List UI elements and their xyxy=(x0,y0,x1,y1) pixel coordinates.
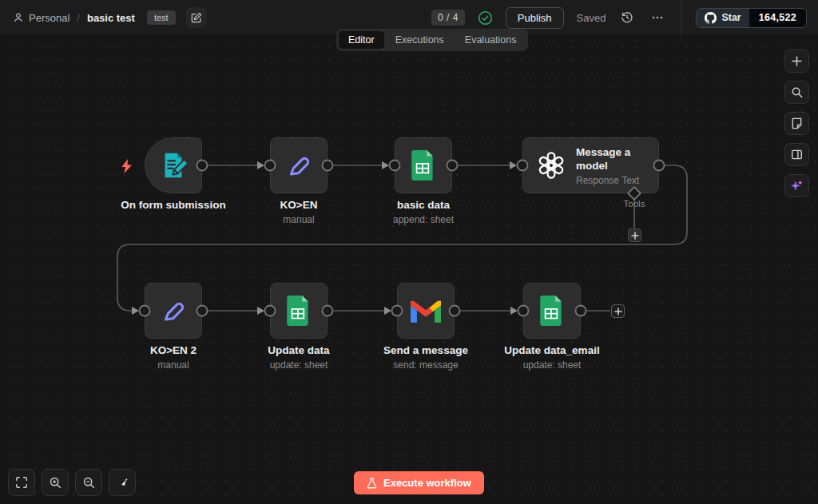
workflow-valid-check-icon xyxy=(478,10,493,26)
split-panel-icon xyxy=(791,149,803,161)
node-ko-en[interactable] xyxy=(270,137,328,193)
edit-fields-icon xyxy=(157,294,190,327)
node-ko-en-2[interactable] xyxy=(145,283,202,339)
zoom-in-icon xyxy=(49,476,62,489)
workspace-crumb[interactable]: Personal xyxy=(13,12,69,24)
issues-count-badge[interactable]: 0 / 4 xyxy=(431,10,465,26)
plus-icon xyxy=(791,55,803,67)
save-status: Saved xyxy=(577,12,606,24)
breadcrumb-separator: / xyxy=(77,12,80,24)
user-icon xyxy=(13,12,24,23)
node-update-data[interactable] xyxy=(270,283,328,339)
github-star-widget[interactable]: Star 164,522 xyxy=(696,8,807,28)
sticky-note-icon xyxy=(791,117,803,129)
flask-icon xyxy=(367,478,377,489)
add-next-node-button[interactable] xyxy=(611,304,625,318)
tools-connector-label: Tools xyxy=(610,199,658,208)
canvas-side-toolbar xyxy=(784,50,809,197)
fit-view-button[interactable] xyxy=(8,469,35,496)
zoom-out-icon xyxy=(82,476,95,489)
n8n-workflow-editor: Personal / basic test test 0 / 4 Publish… xyxy=(0,0,818,504)
ellipsis-icon xyxy=(651,11,664,24)
github-star-count[interactable]: 164,522 xyxy=(749,9,806,27)
node-title: Message a model xyxy=(576,145,653,173)
workflow-canvas[interactable] xyxy=(0,36,818,504)
tidy-up-button[interactable] xyxy=(109,469,136,496)
gmail-icon xyxy=(411,300,441,323)
header-divider xyxy=(681,0,681,36)
zoom-out-button[interactable] xyxy=(75,469,102,496)
plus-icon xyxy=(614,308,622,315)
tidy-up-wand-icon xyxy=(116,476,129,490)
execute-workflow-button[interactable]: Execute workflow xyxy=(354,471,484,494)
node-message-a-model[interactable]: Message a model Response Text xyxy=(522,137,659,193)
node-subtitle: Response Text xyxy=(576,175,653,186)
publish-button[interactable]: Publish xyxy=(506,7,564,29)
canvas-zoom-controls xyxy=(8,469,136,496)
edit-tags-button[interactable] xyxy=(186,7,207,28)
openai-icon xyxy=(537,151,566,180)
plus-icon xyxy=(631,232,639,240)
view-tabs: Editor Executions Evaluations xyxy=(336,29,528,51)
google-sheets-icon xyxy=(540,296,564,326)
google-sheets-icon xyxy=(287,296,311,326)
google-sheets-icon xyxy=(411,150,435,181)
tab-executions[interactable]: Executions xyxy=(386,31,454,49)
history-clock-icon xyxy=(621,11,633,24)
edit-pencil-icon xyxy=(191,12,202,23)
add-node-button[interactable] xyxy=(784,50,809,73)
node-label-update-data-email[interactable]: Update data_email update: sheet xyxy=(472,344,632,371)
node-on-form-submission[interactable] xyxy=(145,137,202,193)
node-basic-data[interactable] xyxy=(395,137,452,193)
add-tool-button[interactable] xyxy=(628,228,641,242)
toggle-panel-button[interactable] xyxy=(784,143,809,166)
breadcrumb: Personal / basic test test xyxy=(13,7,207,28)
workflow-tag-badge[interactable]: test xyxy=(147,10,176,25)
search-button[interactable] xyxy=(784,81,809,104)
sticky-note-button[interactable] xyxy=(784,112,809,135)
workflow-title[interactable]: basic test xyxy=(87,12,135,24)
form-trigger-icon xyxy=(158,150,189,181)
edit-fields-icon xyxy=(282,149,316,182)
more-options-button[interactable] xyxy=(649,9,666,26)
github-star-label: Star xyxy=(721,12,741,23)
version-history-button[interactable] xyxy=(618,9,636,26)
node-send-a-message[interactable] xyxy=(397,283,455,339)
tab-editor[interactable]: Editor xyxy=(339,31,384,49)
tab-evaluations[interactable]: Evaluations xyxy=(455,31,526,49)
trigger-bolt-icon xyxy=(119,158,135,174)
github-star-button[interactable]: Star xyxy=(697,9,749,27)
search-icon xyxy=(791,86,803,98)
ai-assistant-button[interactable] xyxy=(784,174,809,197)
github-octocat-icon xyxy=(705,12,717,24)
workspace-label: Personal xyxy=(29,12,69,24)
node-update-data-email[interactable] xyxy=(523,283,581,339)
ai-sparkle-icon xyxy=(790,179,804,192)
execute-workflow-label: Execute workflow xyxy=(383,477,471,489)
fit-view-icon xyxy=(15,476,28,489)
wide-node-text: Message a model Response Text xyxy=(576,145,653,186)
zoom-in-button[interactable] xyxy=(42,469,69,496)
node-label-basic-data[interactable]: basic data append: sheet xyxy=(343,199,503,225)
